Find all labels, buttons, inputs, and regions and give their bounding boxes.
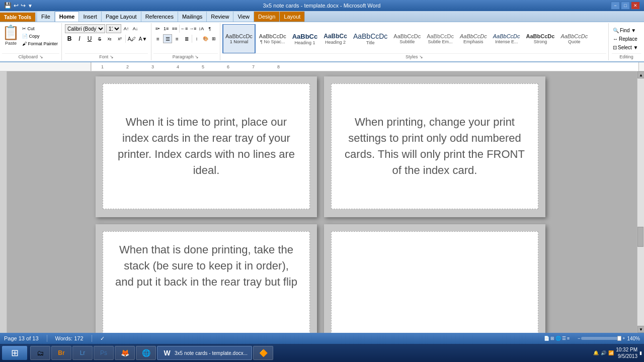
- font-shrink-button[interactable]: A↓: [131, 24, 139, 33]
- taskbar-lightroom[interactable]: Lr: [72, 346, 93, 360]
- view-outline-icon[interactable]: ☰: [562, 336, 566, 341]
- card-inner-1[interactable]: When it is time to print, place our inde…: [103, 83, 310, 209]
- font-grow-button[interactable]: A↑: [122, 24, 130, 33]
- find-button[interactable]: 🔍 Find ▼: [612, 27, 641, 34]
- minimize-button[interactable]: −: [611, 2, 620, 10]
- taskbar-photoshop[interactable]: Ps: [94, 346, 114, 360]
- style-strong[interactable]: AaBbCcDc Strong: [524, 24, 557, 53]
- paste-label: Paste: [5, 41, 17, 46]
- style-intense-e[interactable]: AaBbCcDc Intense E...: [491, 24, 523, 53]
- tab-page-layout[interactable]: Page Layout: [102, 12, 141, 22]
- tab-insert[interactable]: Insert: [79, 12, 102, 22]
- svg-text:7: 7: [252, 64, 255, 69]
- numbering-button[interactable]: 1≡: [162, 24, 170, 33]
- view-web-icon[interactable]: 🌐: [555, 336, 561, 341]
- taskbar-volume-icon[interactable]: 🔊: [601, 350, 606, 355]
- view-print-icon[interactable]: 📄: [544, 336, 549, 341]
- vertical-scrollbar[interactable]: ▲ ▼: [637, 71, 644, 333]
- align-center-button[interactable]: ☰: [163, 34, 172, 43]
- justify-button[interactable]: ≣: [182, 34, 191, 43]
- copy-button[interactable]: 📄 Copy: [21, 33, 59, 40]
- spell-check-icon[interactable]: ✓: [100, 335, 105, 342]
- taskbar-bridge[interactable]: Br: [51, 346, 71, 360]
- tab-references[interactable]: References: [141, 12, 178, 22]
- left-margin: [0, 71, 7, 333]
- tab-file[interactable]: File: [37, 12, 55, 22]
- borders-button[interactable]: ⊞: [210, 34, 218, 43]
- subscript-button[interactable]: x₂: [105, 34, 114, 43]
- card-page-4: [324, 224, 545, 333]
- font-color-button[interactable]: A▼: [138, 34, 148, 43]
- tab-review[interactable]: Review: [207, 12, 233, 22]
- font-group-label: Font ↘: [65, 53, 148, 59]
- scroll-down-button[interactable]: ▼: [637, 326, 644, 333]
- style-subtle-em[interactable]: AaBbCcDc Subtle Em...: [424, 24, 456, 53]
- scroll-thumb[interactable]: [637, 227, 643, 247]
- style-normal[interactable]: AaBbCcDc 1 Normal: [222, 24, 256, 53]
- svg-text:4: 4: [177, 64, 179, 69]
- style-subtitle[interactable]: AaBbCcDc Subtitle: [391, 24, 423, 53]
- style-title[interactable]: AaBbCcDc Title: [351, 24, 390, 53]
- show-formatting-button[interactable]: ¶: [206, 24, 214, 33]
- align-left-button[interactable]: ≡: [153, 34, 163, 43]
- taskbar-show-desktop[interactable]: ▮: [639, 350, 642, 355]
- zoom-slider[interactable]: [581, 337, 621, 340]
- style-no-spacing[interactable]: AaBbCcDc ¶ No Spac...: [257, 24, 289, 53]
- scroll-up-button[interactable]: ▲: [637, 71, 644, 78]
- taskbar-firefox[interactable]: 🦊: [115, 346, 135, 360]
- bullets-button[interactable]: ≡•: [153, 24, 162, 33]
- sort-button[interactable]: ↕A: [197, 24, 205, 33]
- taskbar-chrome[interactable]: 🌐: [136, 346, 156, 360]
- maximize-button[interactable]: □: [621, 2, 630, 10]
- view-full-icon[interactable]: ⊞: [550, 336, 554, 341]
- taskbar-word[interactable]: W 3x5 note cards - template.docx...: [157, 346, 252, 360]
- zoom-level[interactable]: 140%: [627, 336, 640, 341]
- line-spacing-button[interactable]: ↕: [193, 34, 201, 43]
- window-controls[interactable]: − □ ✕: [611, 2, 640, 10]
- format-painter-button[interactable]: 🖌 Format Painter: [21, 40, 59, 47]
- font-name-select[interactable]: Calibri (Body): [65, 24, 105, 33]
- card-page-2: When printing, change your print setting…: [324, 76, 545, 217]
- view-draft-icon[interactable]: ≡: [567, 336, 570, 341]
- tab-layout[interactable]: Layout: [280, 12, 305, 22]
- style-heading1[interactable]: AaBbCc Heading 1: [290, 24, 320, 53]
- card-inner-4[interactable]: [331, 231, 538, 333]
- tab-view[interactable]: View: [233, 12, 254, 22]
- replace-button[interactable]: ↔ Replace: [612, 35, 641, 43]
- taskbar-vlc[interactable]: 🔶: [253, 346, 273, 360]
- card-inner-3[interactable]: When that is done printing, take the sta…: [103, 231, 310, 333]
- increase-indent-button[interactable]: →≡: [189, 24, 197, 33]
- tab-home[interactable]: Home: [55, 11, 79, 22]
- tab-design[interactable]: Design: [254, 12, 280, 22]
- card-row-1: When it is time to print, place our inde…: [96, 76, 548, 224]
- taskbar-network-icon: 📶: [608, 350, 614, 355]
- scroll-track[interactable]: [637, 78, 644, 326]
- tab-mailings[interactable]: Mailings: [178, 12, 207, 22]
- style-emphasis[interactable]: AaBbCcDc Emphasis: [457, 24, 490, 53]
- table-tools-tab[interactable]: Table Tools: [0, 13, 35, 22]
- paste-button[interactable]: 📋: [2, 24, 20, 41]
- bold-button[interactable]: B: [65, 34, 74, 43]
- multilevel-button[interactable]: ≡≡: [171, 24, 179, 33]
- shading-button[interactable]: 🎨: [201, 34, 209, 43]
- strikethrough-button[interactable]: S̶: [95, 34, 104, 43]
- svg-text:2: 2: [126, 64, 129, 69]
- italic-button[interactable]: I: [75, 34, 84, 43]
- card-inner-2[interactable]: When printing, change your print setting…: [331, 83, 538, 209]
- align-right-button[interactable]: ≡: [173, 34, 182, 43]
- cut-button[interactable]: ✂ Cut: [21, 25, 59, 32]
- underline-button[interactable]: U: [85, 34, 94, 43]
- text-highlight-button[interactable]: A🖊: [127, 34, 137, 43]
- select-button[interactable]: ⊡ Select ▼: [612, 44, 641, 51]
- style-heading2[interactable]: AaBbCc Heading 2: [321, 24, 350, 53]
- page-status: Page 13 of 13: [4, 335, 39, 341]
- decrease-indent-button[interactable]: ←≡: [180, 24, 188, 33]
- close-button[interactable]: ✕: [631, 2, 640, 10]
- svg-text:1: 1: [101, 64, 104, 69]
- font-size-select[interactable]: 11: [106, 24, 121, 33]
- start-button[interactable]: ⊞: [2, 346, 27, 360]
- superscript-button[interactable]: x²: [115, 34, 124, 43]
- editing-group: 🔍 Find ▼ ↔ Replace ⊡ Select ▼ Editing: [609, 23, 644, 60]
- style-quote[interactable]: AaBbCcDc Quote: [558, 24, 590, 53]
- taskbar-explorer[interactable]: 🗂: [30, 346, 50, 360]
